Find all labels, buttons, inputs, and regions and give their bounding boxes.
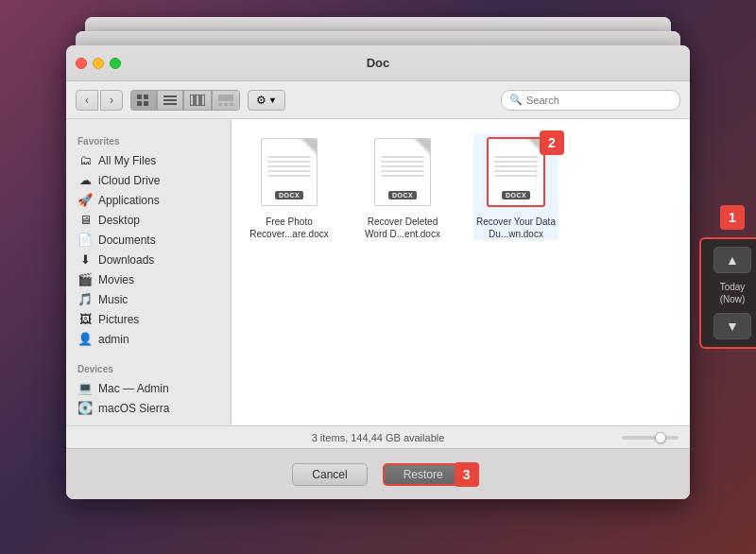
restore-button[interactable]: Restore — [383, 463, 464, 486]
search-bar[interactable]: 🔍 — [501, 90, 680, 111]
sidebar-item-music[interactable]: 🎵 Music — [66, 289, 231, 309]
docx-icon-2: DOCX — [374, 138, 431, 206]
columns-view-button[interactable] — [183, 90, 212, 111]
svg-rect-9 — [201, 95, 205, 106]
docx-badge-3: DOCX — [502, 191, 530, 199]
forward-button[interactable]: › — [100, 90, 123, 111]
svg-rect-10 — [218, 95, 233, 101]
svg-rect-5 — [163, 99, 177, 101]
sidebar-item-label: Pictures — [98, 313, 139, 326]
sidebar: Favorites 🗂 All My Files ☁ iCloud Drive … — [66, 119, 232, 425]
sidebar-item-macos-sierra[interactable]: 💽 macOS Sierra — [66, 398, 231, 418]
file-name-3: Recover Your Data Du...wn.docx — [473, 216, 558, 240]
svg-rect-13 — [230, 103, 233, 106]
applications-icon: 🚀 — [77, 193, 93, 207]
svg-rect-0 — [137, 95, 142, 99]
content-area: Favorites 🗂 All My Files ☁ iCloud Drive … — [66, 119, 690, 425]
sidebar-item-movies[interactable]: 🎬 Movies — [66, 269, 231, 289]
title-bar: Doc — [66, 45, 690, 81]
zoom-slider[interactable] — [622, 436, 679, 440]
action-gear-button[interactable]: ⚙ ▼ — [248, 90, 285, 111]
sidebar-item-label: Movies — [98, 273, 134, 286]
macos-icon: 💽 — [77, 401, 93, 415]
file-item-3[interactable]: 2 DOCX — [473, 134, 558, 240]
svg-rect-12 — [224, 103, 228, 106]
toolbar: ‹ › — [66, 81, 690, 119]
time-down-button[interactable]: ▼ — [713, 313, 751, 339]
file-name-1: Free Photo Recover...are.docx — [247, 216, 332, 240]
sidebar-item-label: All My Files — [98, 154, 156, 167]
sidebar-item-pictures[interactable]: 🖼 Pictures — [66, 309, 231, 329]
sidebar-item-desktop[interactable]: 🖥 Desktop — [66, 210, 231, 230]
nav-buttons: ‹ › — [76, 90, 123, 111]
gear-chevron-icon: ▼ — [268, 95, 277, 105]
pictures-icon: 🖼 — [77, 312, 93, 326]
all-files-icon: 🗂 — [77, 153, 93, 167]
search-input[interactable] — [526, 95, 672, 106]
close-button[interactable] — [76, 58, 87, 69]
music-icon: 🎵 — [77, 292, 93, 306]
file-icon-1: DOCX — [256, 134, 322, 210]
time-label: Today (Now) — [707, 281, 756, 305]
docx-icon-1: DOCX — [261, 138, 318, 206]
sidebar-item-label: Music — [98, 293, 128, 306]
svg-rect-3 — [144, 101, 148, 106]
icon-view-button[interactable] — [130, 90, 157, 111]
svg-rect-2 — [137, 101, 142, 106]
favorites-label: Favorites — [66, 129, 231, 150]
movies-icon: 🎬 — [77, 272, 93, 286]
search-icon: 🔍 — [509, 94, 523, 106]
svg-rect-8 — [196, 95, 199, 106]
window-title: Doc — [367, 56, 390, 70]
maximize-button[interactable] — [110, 58, 121, 69]
status-text: 3 items, 144,44 GB available — [312, 432, 445, 443]
sidebar-item-applications[interactable]: 🚀 Applications — [66, 190, 231, 210]
sidebar-item-label: macOS Sierra — [98, 402, 169, 415]
sidebar-item-icloud[interactable]: ☁ iCloud Drive — [66, 170, 231, 190]
docx-badge-2: DOCX — [388, 191, 417, 199]
svg-rect-6 — [163, 103, 177, 105]
svg-rect-11 — [218, 103, 222, 106]
sidebar-item-label: Applications — [98, 194, 160, 207]
desktop-icon: 🖥 — [77, 213, 93, 227]
sidebar-item-label: Mac — Admin — [98, 382, 169, 395]
cover-flow-button[interactable] — [212, 90, 240, 111]
back-button[interactable]: ‹ — [76, 90, 98, 111]
documents-icon: 📄 — [77, 233, 93, 247]
view-toggle-group — [130, 90, 240, 111]
admin-icon: 👤 — [77, 332, 93, 346]
file-item-1[interactable]: DOCX Free Photo Recover...are.docx — [247, 134, 332, 240]
docx-badge-1: DOCX — [275, 191, 303, 199]
time-machine-panel: 1 ▲ Today (Now) ▼ — [699, 205, 756, 349]
svg-rect-4 — [163, 95, 177, 97]
main-window: Doc ‹ › — [66, 45, 690, 499]
minimize-button[interactable] — [93, 58, 104, 69]
time-nav-box: ▲ Today (Now) ▼ — [699, 237, 756, 349]
slider-track — [622, 436, 679, 440]
bottom-bar: Cancel Restore 3 — [66, 448, 690, 499]
cancel-button[interactable]: Cancel — [292, 463, 367, 486]
list-view-button[interactable] — [157, 90, 183, 111]
sidebar-item-admin[interactable]: 👤 admin — [66, 329, 231, 349]
annotation-badge-3: 3 — [455, 462, 479, 487]
sidebar-item-label: Downloads — [98, 253, 154, 267]
sidebar-item-mac-admin[interactable]: 💻 Mac — Admin — [66, 378, 231, 398]
sidebar-item-downloads[interactable]: ⬇ Downloads — [66, 250, 231, 269]
icloud-icon: ☁ — [77, 173, 93, 187]
svg-rect-7 — [190, 95, 194, 106]
sidebar-item-all-files[interactable]: 🗂 All My Files — [66, 150, 231, 170]
file-area: DOCX Free Photo Recover...are.docx — [232, 119, 690, 425]
docx-icon-3: DOCX — [488, 138, 544, 206]
traffic-lights — [76, 58, 121, 69]
file-item-2[interactable]: DOCX Recover Deleted Word D...ent.docx — [360, 134, 445, 240]
slider-thumb[interactable] — [655, 432, 666, 443]
time-up-button[interactable]: ▲ — [713, 247, 751, 273]
file-icon-2: DOCX — [369, 134, 436, 210]
sidebar-item-documents[interactable]: 📄 Documents — [66, 230, 231, 250]
sidebar-item-label: Desktop — [98, 214, 140, 227]
status-bar: 3 items, 144,44 GB available — [66, 425, 690, 448]
sidebar-item-label: iCloud Drive — [98, 174, 160, 187]
file-name-2: Recover Deleted Word D...ent.docx — [360, 216, 445, 240]
downloads-icon: ⬇ — [77, 252, 93, 267]
mac-icon: 💻 — [77, 381, 93, 395]
